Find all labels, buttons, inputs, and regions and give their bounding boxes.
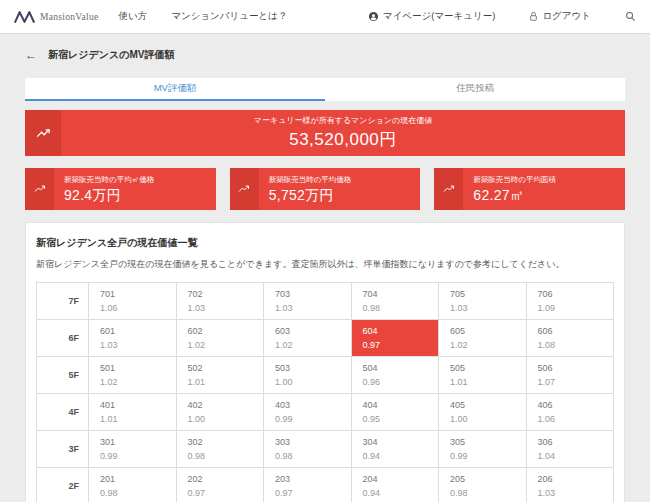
main-nav: 使い方 マンションバリューとは？ bbox=[118, 10, 287, 23]
unit-number: 204 bbox=[363, 474, 439, 484]
unit-index-value: 1.03 bbox=[275, 303, 351, 313]
search-icon[interactable] bbox=[625, 11, 636, 22]
unit-cell[interactable]: 5061.07 bbox=[526, 357, 614, 394]
unit-cell[interactable]: 6051.02 bbox=[439, 320, 527, 357]
brand-logo[interactable]: MansionValue bbox=[14, 10, 98, 24]
unit-cell[interactable]: 7051.03 bbox=[439, 283, 527, 320]
unit-cell[interactable]: 7040.98 bbox=[351, 283, 439, 320]
unit-cell[interactable]: 3040.94 bbox=[351, 431, 439, 468]
unit-cell[interactable]: 6061.08 bbox=[526, 320, 614, 357]
nav-about-mansionvalue[interactable]: マンションバリューとは？ bbox=[171, 10, 287, 23]
unit-index-value: 1.06 bbox=[538, 414, 614, 424]
unit-index-value: 0.98 bbox=[275, 451, 351, 461]
unit-cell[interactable]: 2010.98 bbox=[89, 468, 177, 502]
unit-number: 305 bbox=[450, 437, 526, 447]
floor-label: 5F bbox=[37, 357, 89, 394]
unit-cell[interactable]: 7011.06 bbox=[89, 283, 177, 320]
unit-index-value: 1.00 bbox=[188, 414, 264, 424]
unit-number: 504 bbox=[363, 363, 439, 373]
unit-number: 602 bbox=[188, 326, 264, 336]
table-row: 2F2010.982020.972030.972040.942050.98206… bbox=[37, 468, 614, 502]
unit-cell[interactable]: 4011.01 bbox=[89, 394, 177, 431]
unit-cell[interactable]: 2030.97 bbox=[264, 468, 352, 502]
banner-body: マーキュリー様が所有するマンションの現在価値 53,520,000円 bbox=[61, 110, 625, 156]
unit-index-value: 0.96 bbox=[363, 377, 439, 387]
tab-mv-valuation[interactable]: MV評価額 bbox=[25, 78, 325, 101]
unit-value-table: 7F7011.067021.037031.037040.987051.03706… bbox=[36, 282, 614, 502]
unit-cell[interactable]: 5021.01 bbox=[176, 357, 264, 394]
stat-card-avg-area: 新築販売当時の平均面積 62.27㎡ bbox=[434, 168, 625, 210]
unit-index-value: 0.94 bbox=[363, 488, 439, 498]
floor-label: 3F bbox=[37, 431, 89, 468]
unit-cell[interactable]: 6011.03 bbox=[89, 320, 177, 357]
banner-label: マーキュリー様が所有するマンションの現在価値 bbox=[254, 115, 432, 126]
unit-index-value: 1.07 bbox=[538, 377, 614, 387]
unit-cell[interactable]: 3050.99 bbox=[439, 431, 527, 468]
logout-link[interactable]: ログアウト bbox=[529, 10, 591, 23]
section-description: 新宿レジデンス全戸の現在の現在価値を見ることができます。査定箇所以外は、坪単価指… bbox=[36, 258, 614, 271]
stat-value: 5,752万円 bbox=[269, 187, 421, 205]
unit-cell[interactable]: 5031.00 bbox=[264, 357, 352, 394]
mypage-link[interactable]: マイページ(マーキュリー) bbox=[368, 10, 496, 23]
tab-resident-posts[interactable]: 住民投稿 bbox=[325, 78, 625, 101]
unit-cell[interactable]: 2050.98 bbox=[439, 468, 527, 502]
unit-cell[interactable]: 4021.00 bbox=[176, 394, 264, 431]
unit-cell[interactable]: 5051.01 bbox=[439, 357, 527, 394]
unit-cell[interactable]: 4030.99 bbox=[264, 394, 352, 431]
stat-label: 新築販売当時の平均面積 bbox=[473, 175, 625, 185]
unit-number: 503 bbox=[275, 363, 351, 373]
unit-number: 405 bbox=[450, 400, 526, 410]
unit-cell[interactable]: 4061.06 bbox=[526, 394, 614, 431]
unit-cell[interactable]: 7061.09 bbox=[526, 283, 614, 320]
unit-number: 404 bbox=[363, 400, 439, 410]
unit-cell[interactable]: 4051.00 bbox=[439, 394, 527, 431]
unit-cell[interactable]: 3010.99 bbox=[89, 431, 177, 468]
unit-number: 202 bbox=[188, 474, 264, 484]
unit-index-value: 1.03 bbox=[450, 303, 526, 313]
stat-value: 62.27㎡ bbox=[473, 187, 625, 205]
stat-body: 新築販売当時の平均面積 62.27㎡ bbox=[463, 168, 625, 210]
back-arrow-icon[interactable]: ← bbox=[25, 49, 37, 61]
brand-name: MansionValue bbox=[40, 12, 98, 22]
floor-label: 7F bbox=[37, 283, 89, 320]
page-content: ← 新宿レジデンスのMV評価額 MV評価額 住民投稿 マーキュリー様が所有するマ… bbox=[0, 47, 650, 502]
table-row: 7F7011.067021.037031.037040.987051.03706… bbox=[37, 283, 614, 320]
unit-index-value: 1.00 bbox=[450, 414, 526, 424]
unit-cell[interactable]: 7031.03 bbox=[264, 283, 352, 320]
unit-number: 502 bbox=[188, 363, 264, 373]
unit-index-value: 0.94 bbox=[363, 451, 439, 461]
unit-index-value: 1.03 bbox=[538, 488, 614, 498]
unit-index-value: 1.01 bbox=[188, 377, 264, 387]
unit-index-value: 0.98 bbox=[188, 451, 264, 461]
unit-cell[interactable]: 2040.94 bbox=[351, 468, 439, 502]
table-row: 3F3010.993020.983030.983040.943050.99306… bbox=[37, 431, 614, 468]
unit-cell[interactable]: 2061.03 bbox=[526, 468, 614, 502]
unit-index-value: 0.97 bbox=[188, 488, 264, 498]
unit-index-value: 0.99 bbox=[100, 451, 176, 461]
nav-how-to[interactable]: 使い方 bbox=[118, 10, 147, 23]
unit-number: 403 bbox=[275, 400, 351, 410]
stat-label: 新築販売当時の平均価格 bbox=[269, 175, 421, 185]
unit-cell[interactable]: 7021.03 bbox=[176, 283, 264, 320]
unit-number: 402 bbox=[188, 400, 264, 410]
unit-number: 603 bbox=[275, 326, 351, 336]
breadcrumb: ← 新宿レジデンスのMV評価額 bbox=[25, 47, 625, 63]
unit-cell[interactable]: 6031.02 bbox=[264, 320, 352, 357]
unit-cell[interactable]: 3061.04 bbox=[526, 431, 614, 468]
stat-value: 92.4万円 bbox=[64, 187, 216, 205]
unit-cell[interactable]: 6040.97 bbox=[351, 320, 439, 357]
unit-cell[interactable]: 5040.96 bbox=[351, 357, 439, 394]
unit-number: 406 bbox=[538, 400, 614, 410]
tab-bar: MV評価額 住民投稿 bbox=[25, 78, 625, 101]
unit-cell[interactable]: 3030.98 bbox=[264, 431, 352, 468]
unit-index-value: 0.97 bbox=[363, 340, 439, 350]
unit-cell[interactable]: 4040.95 bbox=[351, 394, 439, 431]
unit-index-value: 1.03 bbox=[188, 303, 264, 313]
unit-index-value: 1.02 bbox=[275, 340, 351, 350]
stat-card-avg-sqm-price: 新築販売当時の平均㎡価格 92.4万円 bbox=[25, 168, 216, 210]
unit-cell[interactable]: 2020.97 bbox=[176, 468, 264, 502]
unit-cell[interactable]: 3020.98 bbox=[176, 431, 264, 468]
unit-cell[interactable]: 5011.02 bbox=[89, 357, 177, 394]
unit-cell[interactable]: 6021.02 bbox=[176, 320, 264, 357]
stat-icon-box bbox=[25, 168, 54, 210]
